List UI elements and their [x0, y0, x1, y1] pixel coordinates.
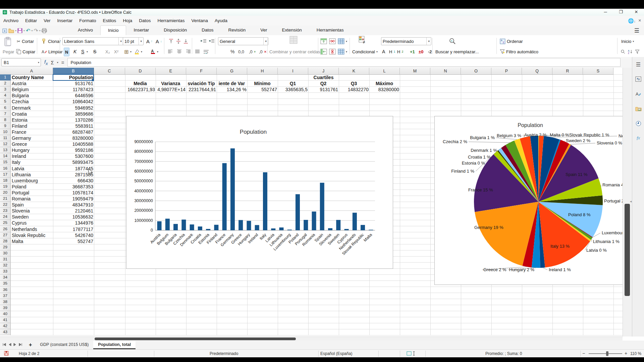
cell-population[interactable]: 5426740	[53, 232, 95, 238]
styles-panel-icon[interactable]: A	[632, 86, 644, 101]
cell-population[interactable]: 1877445	[53, 166, 95, 172]
justify-icon[interactable]	[195, 48, 200, 56]
spreadsheet-grid[interactable]: ABCDEFGHIJKLMNOPQRS123456789101112131415…	[0, 68, 623, 337]
row-header-22[interactable]: 22	[0, 202, 11, 208]
open-file-icon[interactable]	[8, 28, 14, 33]
column-header-A[interactable]: A	[10, 68, 53, 75]
row-header-33[interactable]: 33	[0, 268, 11, 275]
cell-country[interactable]: Germany	[10, 135, 54, 141]
row-header-7[interactable]: 7	[0, 111, 11, 117]
cell-population[interactable]: 10578174	[53, 190, 95, 196]
page-style-label[interactable]: Predeterminado	[210, 351, 238, 356]
cell-stat-header[interactable]: Varianza	[156, 80, 186, 86]
cell-population[interactable]: 10536632	[53, 214, 95, 220]
cell-population[interactable]: 5946952	[53, 105, 95, 111]
font-color-dropdown-icon[interactable]: ▾	[157, 48, 158, 56]
increase-indent-icon[interactable]	[201, 37, 207, 45]
cell-stat-header[interactable]: Mínimo	[247, 80, 277, 86]
update-globe-icon[interactable]: 🌐↓	[628, 18, 635, 23]
cell-population[interactable]: 48347910	[53, 202, 95, 208]
delete-rows-icon[interactable]	[329, 37, 336, 45]
print-icon[interactable]	[42, 28, 47, 33]
cell-population[interactable]: 1344976	[53, 220, 95, 226]
column-header-B[interactable]: B	[53, 68, 94, 75]
last-sheet-icon[interactable]	[18, 343, 22, 347]
increase-font-icon[interactable]: A↑	[146, 37, 153, 45]
cell-country[interactable]: Lithuania	[10, 172, 54, 178]
cell-stat-header[interactable]: Q2	[308, 80, 338, 86]
cell-population[interactable]: 1370286	[53, 117, 95, 123]
column-header-Q[interactable]: Q	[522, 68, 552, 75]
cell-population[interactable]: 2120461	[53, 208, 95, 214]
mini-sort-icon[interactable]: AZ	[628, 48, 633, 56]
cell-country[interactable]: Denmark	[10, 105, 54, 111]
cell-population[interactable]: 36687353	[53, 184, 95, 190]
cell-country[interactable]: Luxembourg	[10, 178, 54, 184]
row-header-31[interactable]: 31	[0, 256, 11, 262]
style-heading2-icon[interactable]: H2	[397, 48, 403, 56]
sidebar-settings-icon[interactable]: ☰	[632, 57, 644, 72]
cell-population[interactable]: 17877117	[53, 226, 95, 232]
row-header-15[interactable]: 15	[0, 159, 11, 165]
column-header-E[interactable]: E	[156, 68, 186, 75]
cell-population[interactable]: 6446596	[53, 93, 95, 99]
style-default-icon[interactable]: A	[382, 48, 385, 56]
row-header-25[interactable]: 25	[0, 220, 11, 226]
column-header-H[interactable]: H	[247, 68, 278, 75]
subscript-button[interactable]: X₂	[105, 48, 110, 56]
number-format-decimal-icon[interactable]: 0,0	[238, 48, 244, 56]
menu-ventana[interactable]: Ventana	[188, 17, 211, 24]
decrease-indent-icon[interactable]	[209, 37, 215, 45]
delete-columns-icon[interactable]	[329, 48, 336, 56]
sum-icon[interactable]: Σ	[51, 60, 54, 65]
cell-country[interactable]: Belgium	[10, 86, 54, 93]
cell-country[interactable]: Latvia	[10, 166, 54, 172]
mini-find-icon[interactable]	[621, 48, 626, 56]
cell-population[interactable]: 10864042	[53, 99, 95, 105]
cut-button[interactable]: ✂Cortar	[17, 37, 34, 45]
row-header-17[interactable]: 17	[0, 172, 11, 178]
align-left-icon[interactable]	[168, 48, 173, 56]
cell-stat-value[interactable]: 9131761	[308, 86, 339, 93]
row-header-2[interactable]: 2	[0, 80, 11, 86]
column-header-M[interactable]: M	[400, 68, 430, 75]
sheet-tab[interactable]: GDP (constant 2015 US$)	[35, 341, 93, 349]
row-header-32[interactable]: 32	[0, 262, 11, 268]
insert-columns-left-icon[interactable]	[320, 48, 327, 56]
gallery-panel-icon[interactable]	[632, 101, 644, 116]
row-header-12[interactable]: 12	[0, 141, 11, 147]
cell-country[interactable]: Portugal	[10, 190, 54, 196]
row-header-6[interactable]: 6	[0, 105, 11, 111]
cell-country[interactable]: Malta	[10, 238, 54, 244]
title-bar[interactable]: Trabajo Estadística - Eduardo Cruz- 4ºES…	[0, 9, 644, 16]
font-name-combobox[interactable]: Liberation Sans▾	[62, 37, 123, 45]
highlight-color-icon[interactable]	[134, 48, 140, 56]
column-header-I[interactable]: I	[278, 68, 308, 75]
row-header-28[interactable]: 28	[0, 238, 11, 244]
paste-button[interactable]: Pegar	[3, 48, 14, 56]
menu-ver[interactable]: Ver	[40, 17, 54, 24]
row-header-9[interactable]: 9	[0, 123, 11, 129]
context-label[interactable]: Inicio▾	[621, 37, 634, 45]
ribbon-tab-extensión[interactable]: Extensión	[275, 25, 309, 35]
zoom-out-icon[interactable]: −	[582, 351, 585, 356]
cell-population[interactable]: 5583911	[53, 123, 95, 129]
cell-country[interactable]: Slovak Republic	[10, 232, 54, 238]
cell-country[interactable]: Netherlands	[10, 226, 54, 232]
cell-stat-header[interactable]: sviación Típ	[186, 80, 216, 86]
cell-country[interactable]: Sweden	[10, 214, 54, 220]
row-header-29[interactable]: 29	[0, 244, 11, 250]
menu-archivo[interactable]: Archivo	[0, 17, 22, 24]
cell-population[interactable]: 3859686	[53, 111, 95, 117]
cell-country[interactable]: Romania	[10, 196, 54, 202]
row-header-43[interactable]: 43	[0, 329, 11, 335]
row-header-24[interactable]: 24	[0, 214, 11, 220]
row-header-42[interactable]: 42	[0, 323, 11, 329]
conditional-button[interactable]: Condicional▾	[352, 48, 378, 56]
column-menu-icon[interactable]: ▾	[338, 48, 347, 56]
selection-mode-icon[interactable]	[407, 351, 417, 357]
menu-hoja[interactable]: Hoja	[119, 17, 136, 24]
language-label[interactable]: Español (España)	[320, 351, 352, 356]
style-bad-icon[interactable]: -2	[428, 48, 432, 56]
ribbon-tab-disposición[interactable]: Disposición	[156, 25, 194, 35]
